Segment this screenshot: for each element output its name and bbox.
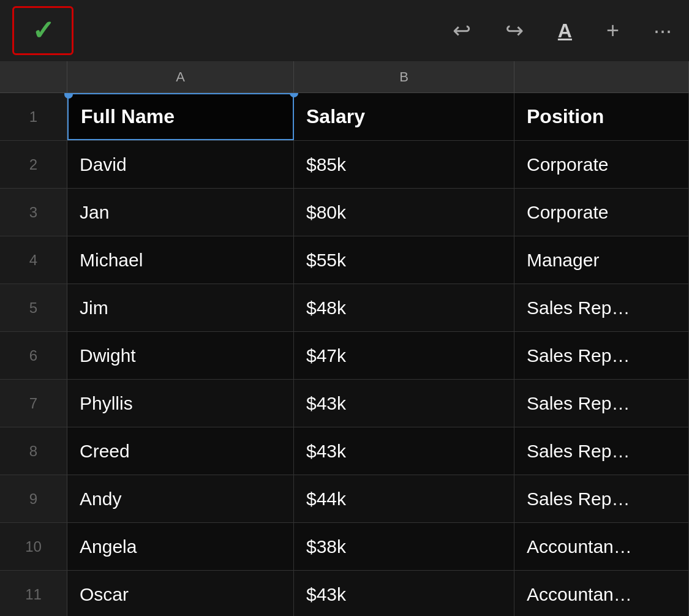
row-number: 7	[0, 380, 67, 427]
table-row[interactable]: 11Oscar$43kAccountan…	[0, 571, 689, 616]
table-row[interactable]: 7Phyllis$43kSales Rep…	[0, 380, 689, 427]
table-row[interactable]: 10Angela$38kAccountan…	[0, 523, 689, 571]
cell[interactable]: $55k	[294, 236, 514, 284]
toolbar: ✓ ↩ ↪ A + ···	[0, 0, 689, 61]
cell[interactable]: Jan	[67, 189, 294, 236]
cell[interactable]: Dwight	[67, 332, 294, 379]
cell-value: Sales Rep…	[527, 345, 630, 366]
confirm-button[interactable]: ✓	[12, 6, 73, 55]
cell[interactable]: Corporate	[514, 189, 689, 236]
row-number: 11	[0, 571, 67, 616]
cell-value: $55k	[306, 250, 346, 271]
cell[interactable]: Creed	[67, 427, 294, 475]
cell-value: Michael	[80, 250, 143, 271]
cell[interactable]: $80k	[294, 189, 514, 236]
cell[interactable]: Manager	[514, 236, 689, 284]
cell-value: Corporate	[527, 202, 608, 223]
cell[interactable]: Accountan…	[514, 571, 689, 616]
cell-value: Accountan…	[527, 584, 632, 605]
cell[interactable]: $38k	[294, 523, 514, 570]
row-number: 4	[0, 236, 67, 284]
cell[interactable]: Sales Rep…	[514, 332, 689, 379]
cell-value: Full Name	[81, 105, 175, 128]
cell-value: Oscar	[80, 584, 129, 605]
check-icon: ✓	[32, 17, 55, 44]
cell-value: $47k	[306, 345, 346, 366]
col-header-c[interactable]	[514, 61, 689, 92]
column-headers: A B	[0, 61, 689, 93]
cell[interactable]: Andy	[67, 475, 294, 522]
cell-value: $43k	[306, 393, 346, 414]
cell[interactable]: Angela	[67, 523, 294, 570]
cell-value: Phyllis	[80, 393, 133, 414]
cell-value: Sales Rep…	[527, 489, 630, 509]
more-options-button[interactable]: ···	[649, 13, 677, 48]
cell[interactable]: Position	[514, 93, 689, 140]
redo-icon: ↪	[505, 18, 524, 43]
cell-value: $43k	[306, 441, 346, 462]
selection-handle-top-left[interactable]	[64, 93, 73, 99]
add-icon: +	[606, 18, 619, 43]
cell[interactable]: $43k	[294, 427, 514, 475]
table-row[interactable]: 3Jan$80kCorporate	[0, 189, 689, 236]
table-row[interactable]: 5Jim$48kSales Rep…	[0, 284, 689, 332]
cell[interactable]: $85k	[294, 141, 514, 188]
cell-value: Sales Rep…	[527, 441, 630, 462]
spreadsheet-body: 1Full NameSalaryPosition2David$85kCorpor…	[0, 93, 689, 616]
cell[interactable]: Full Name	[67, 93, 294, 140]
cell[interactable]: $48k	[294, 284, 514, 331]
toolbar-actions: ↩ ↪ A + ···	[448, 13, 677, 48]
row-num-header	[0, 61, 67, 92]
cell-value: $85k	[306, 154, 346, 175]
cell-value: David	[80, 154, 127, 175]
cell[interactable]: Accountan…	[514, 523, 689, 570]
cell[interactable]: $43k	[294, 380, 514, 427]
table-row[interactable]: 2David$85kCorporate	[0, 141, 689, 189]
cell[interactable]: David	[67, 141, 294, 188]
cell[interactable]: Sales Rep…	[514, 284, 689, 331]
cell-value: Sales Rep…	[527, 298, 630, 318]
text-format-button[interactable]: A	[553, 15, 577, 47]
row-number: 1	[0, 93, 67, 140]
cell[interactable]: Corporate	[514, 141, 689, 188]
row-number: 9	[0, 475, 67, 522]
cell[interactable]: Sales Rep…	[514, 475, 689, 522]
table-row[interactable]: 6Dwight$47kSales Rep…	[0, 332, 689, 380]
col-b-label: B	[399, 69, 409, 85]
cell[interactable]: $44k	[294, 475, 514, 522]
row-number: 5	[0, 284, 67, 331]
redo-button[interactable]: ↪	[500, 13, 529, 48]
cell-value: $44k	[306, 489, 346, 509]
cell-value: Jim	[80, 298, 108, 318]
cell-value: $48k	[306, 298, 346, 318]
undo-button[interactable]: ↩	[448, 13, 476, 48]
cell[interactable]: Sales Rep…	[514, 427, 689, 475]
cell[interactable]: Phyllis	[67, 380, 294, 427]
cell-value: Angela	[80, 536, 137, 557]
cell[interactable]: $43k	[294, 571, 514, 616]
table-row[interactable]: 9Andy$44kSales Rep…	[0, 475, 689, 523]
cell[interactable]: $47k	[294, 332, 514, 379]
row-number: 6	[0, 332, 67, 379]
cell-value: Accountan…	[527, 536, 632, 557]
col-header-b[interactable]: B	[294, 61, 514, 92]
col-header-a[interactable]: A	[67, 61, 294, 92]
cell[interactable]: Jim	[67, 284, 294, 331]
table-row[interactable]: 4Michael$55kManager	[0, 236, 689, 284]
cell-value: $43k	[306, 584, 346, 605]
add-button[interactable]: +	[601, 13, 624, 48]
table-row[interactable]: 8Creed$43kSales Rep…	[0, 427, 689, 475]
cell[interactable]: Oscar	[67, 571, 294, 616]
cell-value: Sales Rep…	[527, 393, 630, 414]
cell[interactable]: Michael	[67, 236, 294, 284]
cell[interactable]: Salary	[294, 93, 514, 140]
cell-value: $38k	[306, 536, 346, 557]
cell[interactable]: Sales Rep…	[514, 380, 689, 427]
cell-value: Position	[527, 105, 604, 128]
cell-value: Dwight	[80, 345, 136, 366]
table-row[interactable]: 1Full NameSalaryPosition	[0, 93, 689, 141]
cell-value: Andy	[80, 489, 121, 509]
cell-value: Jan	[80, 202, 109, 223]
spreadsheet: A B 1Full NameSalaryPosition2David$85kCo…	[0, 61, 689, 616]
row-number: 10	[0, 523, 67, 570]
